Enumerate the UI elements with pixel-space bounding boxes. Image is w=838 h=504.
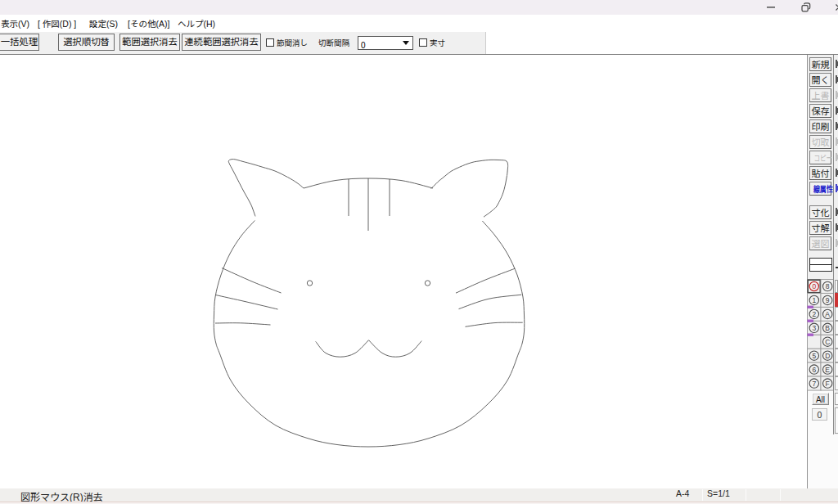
svg-text:B: B bbox=[825, 324, 830, 332]
svg-text:D: D bbox=[825, 352, 830, 360]
svg-text:8: 8 bbox=[826, 282, 830, 290]
svg-text:1: 1 bbox=[812, 296, 816, 304]
svg-text:0: 0 bbox=[812, 282, 816, 290]
svg-text:5: 5 bbox=[812, 352, 816, 360]
svg-text:7: 7 bbox=[812, 380, 816, 388]
svg-text:2: 2 bbox=[812, 310, 816, 318]
svg-text:E: E bbox=[825, 366, 830, 374]
svg-text:9: 9 bbox=[826, 296, 830, 304]
svg-text:C: C bbox=[825, 338, 830, 346]
svg-text:6: 6 bbox=[812, 366, 816, 374]
svg-text:3: 3 bbox=[812, 324, 816, 332]
svg-text:A: A bbox=[825, 310, 830, 318]
svg-text:F: F bbox=[826, 380, 830, 388]
